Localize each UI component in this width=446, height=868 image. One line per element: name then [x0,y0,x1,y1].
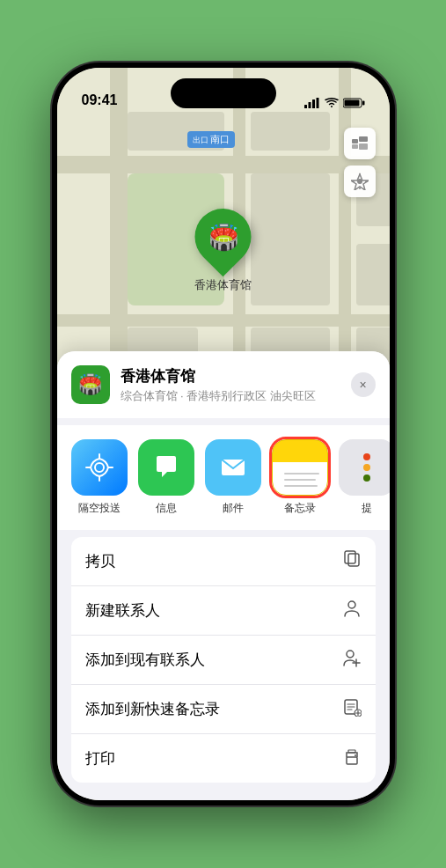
svg-rect-10 [359,143,368,150]
dot-green [363,474,370,482]
messages-icon [138,439,194,496]
status-time: 09:41 [82,92,118,108]
messages-label: 信息 [156,501,177,516]
dot-red [363,453,370,460]
action-new-contact-label: 新建联系人 [85,600,160,621]
airdrop-label: 隔空投送 [78,501,121,516]
svg-rect-8 [359,136,368,142]
battery-icon [343,98,365,108]
venue-icon: 🏟️ [71,365,110,404]
pin-body: 🏟️ [183,197,263,277]
location-button[interactable] [344,166,376,197]
map-type-button[interactable] [344,128,376,159]
svg-rect-3 [316,98,318,108]
bottom-sheet: 🏟️ 香港体育馆 综合体育馆 · 香港特别行政区 油尖旺区 × [57,351,390,800]
notes-line-3 [284,485,318,487]
map-exit-label: 出口南口 [187,131,235,148]
svg-rect-35 [347,757,357,764]
signal-icon [304,98,320,108]
venue-info: 香港体育馆 综合体育馆 · 香港特别行政区 油尖旺区 [121,366,340,404]
map-controls [344,128,376,202]
share-item-messages[interactable]: 信息 [138,439,194,516]
svg-point-24 [348,601,355,608]
action-add-existing-label: 添加到现有联系人 [85,650,205,670]
more-dots-decoration [363,453,370,482]
svg-rect-1 [308,102,311,108]
notes-line-2 [284,479,316,481]
action-print-label: 打印 [85,748,115,769]
phone-screen: 09:41 [57,68,390,800]
share-item-airdrop[interactable]: 隔空投送 [71,439,128,516]
phone-frame: 09:41 [52,63,395,805]
svg-rect-7 [352,139,358,143]
share-row: 隔空投送 信息 [57,425,390,530]
notes-line-1 [284,473,319,474]
close-button[interactable]: × [351,372,376,397]
location-pin: 🏟️ 香港体育馆 [194,209,252,293]
svg-rect-2 [312,99,315,108]
mail-icon [205,439,261,496]
person-plus-icon [342,648,362,672]
share-item-mail[interactable]: 邮件 [205,439,261,516]
svg-rect-5 [362,101,365,106]
pin-label: 香港体育馆 [194,277,252,293]
share-item-more[interactable]: 提 [339,439,390,516]
action-add-notes[interactable]: 添加到新快速备忘录 [71,685,376,734]
action-copy[interactable]: 拷贝 [71,537,376,586]
airdrop-icon [71,439,128,496]
notes-icon [272,439,328,496]
action-new-contact[interactable]: 新建联系人 [71,586,376,636]
action-list: 拷贝 新建联系人 [71,537,376,783]
venue-subtitle: 综合体育馆 · 香港特别行政区 油尖旺区 [121,388,340,404]
copy-icon [342,549,362,573]
notes-label: 备忘录 [284,501,316,516]
svg-point-16 [95,463,104,472]
venue-name: 香港体育馆 [121,366,340,386]
svg-rect-23 [345,551,355,563]
svg-point-37 [355,754,356,756]
svg-rect-6 [344,100,359,107]
mail-label: 邮件 [223,501,244,516]
notes-lines-decoration [277,448,323,487]
more-label: 提 [362,501,372,516]
svg-point-25 [347,651,354,658]
svg-rect-36 [348,750,355,753]
action-copy-label: 拷贝 [85,551,115,571]
svg-rect-0 [304,105,307,108]
action-print[interactable]: 打印 [71,734,376,783]
action-add-notes-label: 添加到新快速备忘录 [85,699,220,719]
printer-icon [342,747,362,770]
person-icon [342,599,362,622]
svg-point-11 [357,179,362,184]
wifi-icon [325,98,339,108]
more-icon [339,439,390,496]
svg-rect-9 [352,144,358,149]
pin-emoji: 🏟️ [208,223,238,252]
venue-header: 🏟️ 香港体育馆 综合体育馆 · 香港特别行政区 油尖旺区 × [57,351,390,418]
svg-rect-22 [348,554,359,566]
quick-note-icon [342,697,362,721]
action-add-existing[interactable]: 添加到现有联系人 [71,636,376,685]
status-icons [304,98,365,108]
share-item-notes[interactable]: 备忘录 [272,439,328,516]
dot-orange [363,464,370,471]
status-bar: 09:41 [57,68,390,115]
